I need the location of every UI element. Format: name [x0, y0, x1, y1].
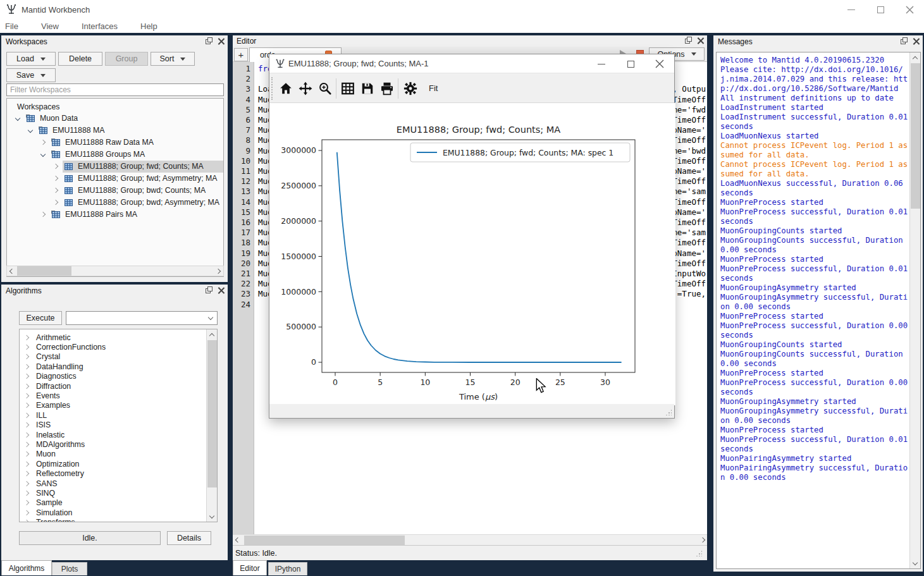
plot-window-titlebar[interactable]: EMU11888; Group; fwd; Counts; MA-1 [269, 54, 674, 73]
scroll-thumb[interactable] [17, 266, 71, 276]
new-tab-button[interactable]: + [234, 48, 248, 61]
algorithm-category[interactable]: MDAlgorithms [20, 439, 203, 449]
load-button[interactable]: Load [6, 52, 56, 66]
expand-chevron-icon[interactable] [24, 491, 29, 496]
expand-chevron-icon[interactable] [24, 471, 29, 476]
scroll-left-icon[interactable] [233, 535, 242, 545]
algorithm-category[interactable]: Events [20, 391, 203, 400]
fit-button[interactable]: Fit [429, 83, 438, 93]
scroll-thumb[interactable] [207, 340, 217, 487]
tree-item[interactable]: EMU11888; Group; fwd; Counts; MA [7, 161, 223, 173]
tree-item[interactable]: EMU11888 MA [7, 125, 223, 137]
collapse-chevron-icon[interactable] [40, 152, 46, 157]
tab-ipython[interactable]: IPython [268, 562, 307, 575]
scroll-down-icon[interactable] [910, 558, 920, 568]
collapse-chevron-icon[interactable] [28, 128, 33, 133]
algorithm-category[interactable]: Diagnostics [20, 372, 203, 381]
execute-button[interactable]: Execute [19, 311, 62, 325]
scroll-left-icon[interactable] [7, 266, 17, 276]
minimize-button[interactable] [587, 54, 616, 73]
resize-grip-icon[interactable] [665, 409, 672, 415]
menu-help[interactable]: Help [135, 21, 166, 31]
algorithm-category[interactable]: SINQ [20, 488, 203, 498]
algorithm-category[interactable]: Inelastic [20, 430, 203, 439]
expand-chevron-icon[interactable] [24, 422, 29, 427]
algorithm-category[interactable]: Reflectometry [20, 469, 203, 479]
expand-chevron-icon[interactable] [40, 140, 46, 145]
group-button[interactable]: Group [105, 52, 148, 66]
expand-chevron-icon[interactable] [24, 481, 29, 486]
expand-chevron-icon[interactable] [24, 451, 29, 457]
expand-chevron-icon[interactable] [24, 334, 29, 340]
algorithm-search-combobox[interactable] [66, 311, 218, 325]
plot-window[interactable]: EMU11888; Group; fwd; Counts; MA-1 [269, 54, 675, 419]
save-button[interactable]: Save [6, 68, 56, 82]
tree-item[interactable]: EMU11888 Pairs MA [7, 209, 223, 221]
algorithm-category[interactable]: Sample [20, 498, 203, 508]
expand-chevron-icon[interactable] [24, 520, 29, 522]
algorithm-category[interactable]: DataHandling [20, 362, 203, 371]
tree-item[interactable]: EMU11888; Group; bwd; Asymmetry; MA [7, 197, 223, 209]
close-dock-icon[interactable] [697, 37, 705, 44]
details-button[interactable]: Details [167, 531, 211, 545]
print-icon[interactable] [379, 81, 395, 96]
tree-item[interactable]: Muon Data [7, 113, 223, 125]
minimize-button[interactable] [837, 0, 866, 19]
expand-chevron-icon[interactable] [24, 374, 29, 379]
tab-editor[interactable]: Editor [233, 560, 267, 575]
resize-grip-icon[interactable] [696, 550, 702, 556]
algorithm-progress-button[interactable]: Idle. [19, 531, 161, 545]
expand-chevron-icon[interactable] [24, 403, 29, 408]
expand-chevron-icon[interactable] [24, 413, 29, 418]
expand-chevron-icon[interactable] [24, 354, 29, 359]
algorithm-category[interactable]: Muon [20, 450, 203, 459]
scroll-up-icon[interactable] [207, 329, 217, 340]
algorithm-category[interactable]: ILL [20, 410, 203, 420]
menu-view[interactable]: View [36, 21, 68, 31]
delete-button[interactable]: Delete [58, 52, 102, 66]
scroll-thumb[interactable] [244, 536, 405, 545]
scroll-down-icon[interactable] [207, 512, 217, 522]
expand-chevron-icon[interactable] [24, 510, 29, 515]
expand-chevron-icon[interactable] [53, 176, 58, 181]
close-dock-icon[interactable] [218, 37, 225, 45]
algorithm-category[interactable]: CorrectionFunctions [20, 342, 203, 352]
scroll-right-icon[interactable] [213, 266, 223, 276]
float-dock-icon[interactable] [901, 37, 908, 45]
expand-chevron-icon[interactable] [24, 393, 29, 398]
expand-chevron-icon[interactable] [24, 364, 29, 369]
save-icon[interactable] [360, 81, 375, 96]
float-dock-icon[interactable] [206, 37, 213, 45]
toolbar-drag-handle[interactable] [271, 77, 274, 100]
algorithm-category[interactable]: Examples [20, 401, 203, 410]
algorithm-category[interactable]: Crystal [20, 352, 203, 362]
scroll-up-icon[interactable] [910, 52, 920, 63]
tree-item[interactable]: EMU11888 Raw Data MA [7, 137, 223, 149]
close-dock-icon[interactable] [218, 286, 225, 294]
menu-interfaces[interactable]: Interfaces [77, 21, 126, 31]
collapse-chevron-icon[interactable] [15, 116, 20, 121]
menu-file[interactable]: File [0, 21, 27, 31]
expand-chevron-icon[interactable] [24, 345, 29, 350]
maximize-button[interactable] [616, 54, 645, 73]
editor-hscrollbar[interactable] [233, 534, 707, 545]
sort-button[interactable]: Sort [151, 52, 195, 66]
scroll-right-icon[interactable] [698, 535, 707, 545]
algorithm-category[interactable]: Simulation [20, 508, 203, 517]
algorithm-category[interactable]: SANS [20, 479, 203, 488]
zoom-icon[interactable] [317, 81, 333, 96]
algorithm-category[interactable]: Diffraction [20, 381, 203, 391]
algorithm-category[interactable]: Optimization [20, 459, 203, 469]
float-dock-icon[interactable] [206, 286, 213, 294]
home-icon[interactable] [278, 81, 293, 96]
plot-canvas[interactable]: 0510152025300500000100000015000002000000… [269, 103, 675, 405]
tree-item[interactable]: EMU11888 Groups MA [7, 149, 223, 161]
scroll-thumb[interactable] [911, 63, 920, 209]
workspaces-hscrollbar[interactable] [6, 266, 224, 276]
pan-icon[interactable] [298, 81, 313, 96]
messages-log[interactable]: Welcome to Mantid 4.0.20190615.2320Pleas… [716, 52, 921, 569]
tab-algorithms[interactable]: Algorithms [1, 560, 52, 575]
tab-plots[interactable]: Plots [52, 562, 87, 575]
expand-chevron-icon[interactable] [24, 432, 29, 437]
algorithm-category[interactable]: Arithmetic [20, 333, 203, 342]
